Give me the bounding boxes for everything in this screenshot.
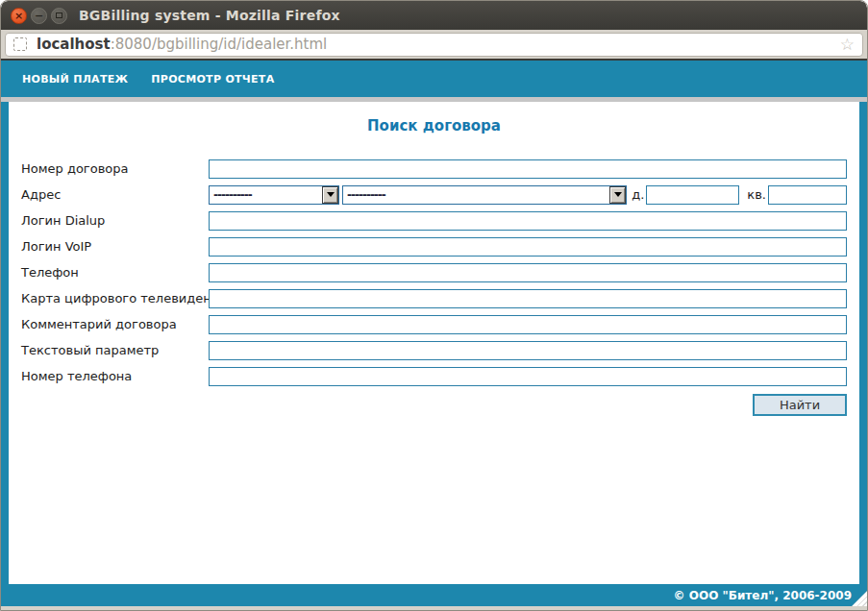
contract-comment-input[interactable] <box>209 315 847 334</box>
contract-search-form: Номер договора Адрес ---------- --------… <box>21 156 847 416</box>
page-title: Поиск договора <box>21 117 847 135</box>
contract-number-input[interactable] <box>209 159 847 179</box>
resize-grip[interactable] <box>852 591 867 606</box>
form-row-text-parameter: Текстовый параметр <box>21 337 847 363</box>
address-label: Адрес <box>21 187 209 202</box>
close-icon: × <box>14 11 23 21</box>
phone-label: Телефон <box>21 265 209 280</box>
button-row: Найти <box>21 394 847 416</box>
url-host: localhost <box>37 36 111 53</box>
maximize-button[interactable] <box>51 8 67 24</box>
house-input[interactable] <box>646 185 739 205</box>
url-text[interactable]: localhost:8080/bgbilling/id/idealer.html <box>37 36 840 53</box>
phone-number-input[interactable] <box>209 367 847 386</box>
house-label: д. <box>632 187 644 202</box>
browser-toolbar: localhost:8080/bgbilling/id/idealer.html… <box>1 30 867 61</box>
text-parameter-input[interactable] <box>209 341 847 360</box>
contract-comment-label: Комментарий договора <box>21 317 209 331</box>
maximize-icon <box>56 12 62 18</box>
favicon-placeholder-icon <box>13 37 27 51</box>
address-street-select-value: ---------- <box>343 186 609 204</box>
dialup-login-input[interactable] <box>209 211 847 231</box>
page-footer: © ООО "Бител", 2006-2009 <box>1 584 867 606</box>
minimize-icon: − <box>35 11 43 21</box>
phone-number-label: Номер телефона <box>21 369 209 383</box>
nav-item-view-report[interactable]: ПРОСМОТР ОТЧЕТА <box>151 73 274 86</box>
url-path: :8080/bgbilling/id/idealer.html <box>111 36 328 53</box>
flat-label: кв. <box>747 187 766 202</box>
close-button[interactable]: × <box>11 8 27 24</box>
chevron-down-icon[interactable] <box>322 186 338 204</box>
chevron-down-icon[interactable] <box>609 186 626 204</box>
window-bottom-edge <box>1 606 867 610</box>
url-input[interactable]: localhost:8080/bgbilling/id/idealer.html… <box>5 33 863 57</box>
form-row-phone: Телефон <box>21 259 847 285</box>
text-parameter-label: Текстовый параметр <box>21 343 209 357</box>
form-row-address: Адрес ---------- ---------- д. кв. <box>21 182 847 208</box>
dialup-login-label: Логин Dialup <box>21 213 209 228</box>
form-row-voip-login: Логин VoIP <box>21 233 847 259</box>
browser-window: × − BGBilling system - Mozilla Firefox l… <box>0 0 868 611</box>
contract-number-label: Номер договора <box>21 161 209 176</box>
address-city-select-value: ---------- <box>210 186 322 204</box>
window-title: BGBilling system - Mozilla Firefox <box>79 8 340 23</box>
address-city-select[interactable]: ---------- <box>209 185 339 205</box>
form-row-contract-number: Номер договора <box>21 156 847 182</box>
form-row-phone-number: Номер телефона <box>21 363 847 389</box>
phone-input[interactable] <box>209 263 847 282</box>
minimize-button[interactable]: − <box>31 8 47 24</box>
flat-input[interactable] <box>768 185 847 205</box>
form-row-contract-comment: Комментарий договора <box>21 311 847 337</box>
tv-card-label: Карта цифрового телевидения <box>21 291 209 306</box>
form-row-tv-card: Карта цифрового телевидения <box>21 285 847 311</box>
tv-card-input[interactable] <box>209 289 847 308</box>
page-content: Поиск договора Номер договора Адрес ----… <box>1 102 867 584</box>
bookmark-star-icon[interactable]: ☆ <box>840 37 855 53</box>
copyright-text: © ООО "Бител", 2006-2009 <box>674 589 852 602</box>
voip-login-input[interactable] <box>209 237 847 257</box>
address-street-select[interactable]: ---------- <box>342 185 627 205</box>
form-row-dialup-login: Логин Dialup <box>21 208 847 233</box>
main-nav: НОВЫЙ ПЛАТЕЖ ПРОСМОТР ОТЧЕТА <box>1 61 867 97</box>
voip-login-label: Логин VoIP <box>21 239 209 254</box>
find-button[interactable]: Найти <box>753 394 847 416</box>
window-titlebar[interactable]: × − BGBilling system - Mozilla Firefox <box>1 1 867 30</box>
nav-item-new-payment[interactable]: НОВЫЙ ПЛАТЕЖ <box>22 73 128 86</box>
